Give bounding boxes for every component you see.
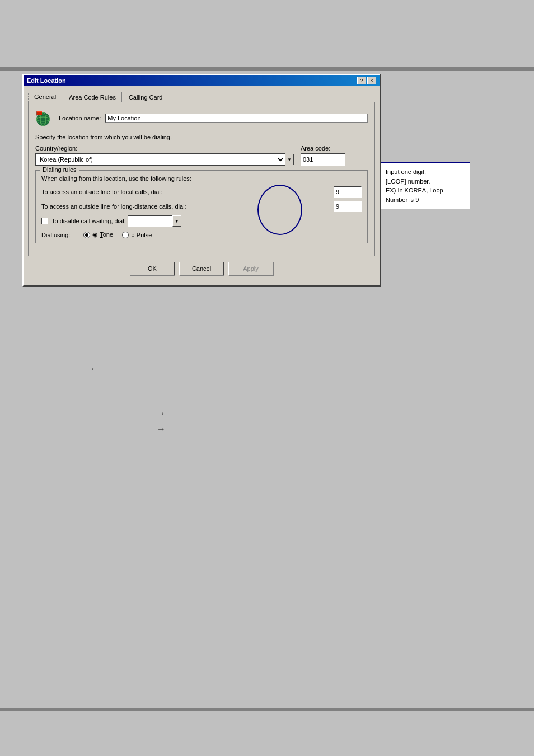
cancel-button[interactable]: Cancel (179, 262, 224, 275)
dialog-title: Edit Location (27, 77, 66, 84)
tab-general[interactable]: General (28, 91, 62, 102)
disable-waiting-label: To disable call waiting, dial: (51, 218, 126, 224)
location-name-input[interactable] (105, 114, 368, 123)
tone-radio-option[interactable]: ◉ Tone (83, 231, 113, 238)
dialing-rules-legend: Dialing rules (40, 166, 79, 173)
tab-area-code-rules-label: Area Code Rules (69, 94, 116, 101)
tab-area-code-rules[interactable]: Area Code Rules (63, 92, 122, 102)
pulse-radio-label: ○ Pulse (131, 232, 152, 238)
ok-button[interactable]: OK (130, 262, 175, 275)
rules-description: When dialing from this location, use the… (41, 175, 362, 182)
tooltip-line3: EX) In KOREA, Loop (386, 187, 443, 194)
pulse-radio-option[interactable]: ○ Pulse (122, 232, 152, 238)
location-icon (35, 109, 53, 127)
close-button[interactable]: × (367, 77, 376, 84)
disable-waiting-input[interactable] (128, 215, 172, 227)
dial-using-row: Dial using: ◉ Tone ○ Pulse (41, 231, 362, 238)
tooltip-box: Input one digit, [LOOP] number. EX) In K… (381, 162, 470, 209)
country-label: Country/region: (35, 145, 294, 152)
country-select[interactable]: Korea (Republic of) (35, 153, 285, 166)
area-col: Area code: (301, 145, 368, 166)
dial-using-label: Dial using: (41, 232, 70, 238)
pulse-radio[interactable] (122, 232, 129, 238)
area-code-label: Area code: (301, 145, 368, 152)
tooltip-line2: [LOOP] number. (386, 178, 430, 185)
disable-waiting-select-wrapper: ▼ (128, 215, 181, 227)
dialog-body: General Area Code Rules Calling Card (24, 86, 380, 285)
tooltip-line1: Input one digit, (386, 168, 426, 175)
apply-button[interactable]: Apply (228, 262, 273, 275)
disable-waiting-dropdown-arrow[interactable]: ▼ (172, 215, 181, 227)
tab-bar: General Area Code Rules Calling Card (28, 91, 375, 102)
arrow-annotation-2: → (157, 408, 166, 419)
country-dropdown-arrow[interactable]: ▼ (285, 154, 294, 165)
titlebar-buttons: ? × (357, 77, 376, 84)
disable-waiting-row: To disable call waiting, dial: ▼ (41, 215, 362, 227)
edit-location-dialog: Edit Location ? × General Area Code Rule… (22, 74, 381, 287)
tone-radio-label: ◉ Tone (92, 231, 113, 238)
page-wrapper: Edit Location ? × General Area Code Rule… (0, 0, 534, 756)
local-calls-input[interactable] (334, 186, 362, 198)
country-col: Country/region: Korea (Republic of) ▼ (35, 145, 294, 166)
disable-waiting-checkbox[interactable] (41, 218, 48, 224)
area-code-input[interactable] (301, 153, 345, 166)
tab-calling-card[interactable]: Calling Card (123, 92, 169, 102)
tone-radio[interactable] (83, 232, 90, 238)
long-distance-label: To access an outside line for long-dista… (41, 203, 334, 210)
long-distance-input[interactable] (334, 201, 362, 212)
arrow-annotation-1: → (87, 364, 96, 374)
country-area-row: Country/region: Korea (Republic of) ▼ Ar… (35, 145, 368, 166)
tab-calling-card-label: Calling Card (129, 94, 163, 101)
tooltip-line4: Number is 9 (386, 196, 419, 203)
help-button[interactable]: ? (357, 77, 366, 84)
location-name-label: Location name: (59, 115, 101, 121)
local-calls-label: To access an outside line for local call… (41, 189, 334, 195)
bottom-bar (0, 708, 534, 711)
tab-general-label: General (34, 93, 56, 100)
local-calls-rule-row: To access an outside line for local call… (41, 186, 362, 198)
arrow-annotation-3: → (157, 424, 166, 434)
tab-content-general: Location name: Specify the location from… (28, 102, 375, 256)
long-distance-rule-row: To access an outside line for long-dista… (41, 201, 362, 212)
country-select-wrapper: Korea (Republic of) ▼ (35, 153, 294, 166)
location-name-row: Location name: (35, 109, 368, 127)
dialog-titlebar: Edit Location ? × (24, 75, 380, 86)
dialing-rules-group: Dialing rules When dialing from this loc… (35, 170, 368, 243)
description-text: Specify the location from which you will… (35, 134, 368, 140)
top-bar (0, 67, 534, 71)
dialog-footer: OK Cancel Apply (28, 256, 375, 281)
svg-rect-5 (36, 111, 42, 112)
